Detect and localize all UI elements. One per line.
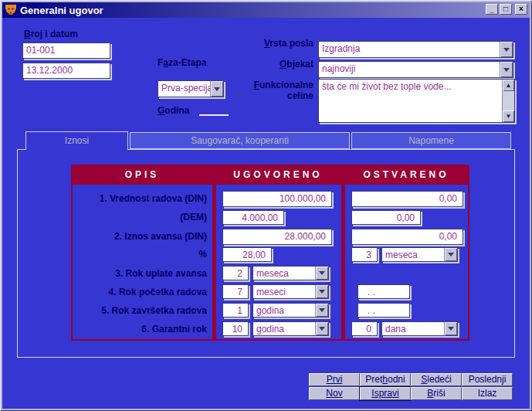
- tab-napomene[interactable]: Napomene: [351, 132, 511, 149]
- ispravi-button[interactable]: Ispravi: [360, 387, 411, 400]
- dropdown-arrow-icon[interactable]: [500, 42, 513, 57]
- ostvareno-garantni-number[interactable]: 0: [351, 321, 378, 336]
- poslednji-button[interactable]: Poslednji: [462, 373, 513, 386]
- row-label: 4. Rok početka radova: [74, 287, 207, 297]
- ugovoreno-vrednost-dem-field[interactable]: 4.000,00: [222, 210, 284, 225]
- dropdown-arrow-icon[interactable]: [500, 62, 513, 77]
- datum-field[interactable]: 13.12.2000: [22, 63, 110, 79]
- nov-button[interactable]: Nov: [309, 387, 360, 400]
- ostvareno-rok-unit-combo[interactable]: meseca: [381, 247, 458, 262]
- broj-i-datum-label: Broj i datum: [24, 29, 78, 39]
- row-label: 2. Iznos avansa (DIN): [74, 231, 207, 242]
- prvi-button[interactable]: Prvi: [309, 373, 360, 386]
- unit-value: godina: [253, 304, 315, 317]
- ugovoreno-rok-pocetka-number[interactable]: 7: [222, 284, 249, 299]
- minimize-button[interactable]: _: [486, 4, 498, 15]
- dropdown-arrow-icon[interactable]: [315, 285, 328, 298]
- ugovoreno-rok-uplate-unit-combo[interactable]: meseca: [252, 266, 329, 280]
- row-label: 6. Garantni rok: [74, 324, 207, 335]
- funkcionalne-celine-label-line2: celine: [239, 90, 313, 101]
- funkcionalne-celine-label-line1: Funkcionalne: [239, 80, 313, 90]
- brisi-button[interactable]: Briši: [411, 387, 462, 400]
- faza-etapa-label: Faza-Etapa: [158, 57, 206, 68]
- row-label: 1. Vrednost radova (DIN): [74, 193, 207, 204]
- ugovoreno-rok-zavrsetka-number[interactable]: 1: [222, 303, 249, 318]
- ostvareno-datum-pocetka-field[interactable]: . .: [357, 284, 410, 299]
- tab-saugovarac-kooperanti[interactable]: Saugovarač, kooperanti: [130, 132, 350, 149]
- dropdown-arrow-icon[interactable]: [315, 322, 328, 335]
- ostvareno-rok-number[interactable]: 3: [351, 247, 378, 262]
- unit-value: meseca: [382, 248, 444, 261]
- header-ostvareno: OSTVARENO: [345, 169, 467, 180]
- header-ugovoreno: UGOVORENO: [216, 169, 340, 180]
- funkcionalne-celine-value[interactable]: šta će mi život bez tople vode...: [319, 80, 502, 122]
- vrsta-posla-combo[interactable]: Izgradnja: [318, 41, 513, 58]
- dropdown-arrow-icon[interactable]: [444, 248, 457, 261]
- broj-field[interactable]: 01-001: [22, 42, 110, 59]
- ostvareno-garantni-unit-combo[interactable]: dana: [381, 321, 458, 336]
- godina-field[interactable]: [199, 105, 229, 116]
- izlaz-button[interactable]: Izlaz: [462, 387, 513, 400]
- dropdown-arrow-icon[interactable]: [210, 81, 223, 97]
- godina-label: Godina: [158, 105, 189, 116]
- maximize-button[interactable]: □: [500, 4, 512, 15]
- dropdown-arrow-icon[interactable]: [315, 304, 328, 317]
- row-label: %: [74, 249, 207, 260]
- unit-value: dana: [382, 322, 444, 335]
- scroll-down-icon[interactable]: ▼: [503, 110, 514, 122]
- ugovoreno-procenat-field[interactable]: 28,00: [222, 247, 272, 262]
- objekat-value: najnoviji: [319, 62, 500, 77]
- row-label: 3. Rok uplate avansa: [74, 268, 207, 279]
- ugovoreno-rok-pocetka-unit-combo[interactable]: meseci: [252, 284, 329, 299]
- unit-value: meseci: [253, 285, 315, 298]
- faza-etapa-combo[interactable]: Prva-specija: [158, 80, 224, 97]
- memo-scrollbar[interactable]: ▲ ▼: [502, 80, 514, 122]
- ugovoreno-rok-zavrsetka-unit-combo[interactable]: godina: [252, 303, 329, 318]
- faza-etapa-value: Prva-specija: [158, 81, 210, 97]
- ugovoreno-garantni-number[interactable]: 10: [222, 321, 249, 336]
- ostvareno-iznos-avansa-field[interactable]: 0,00: [351, 229, 463, 245]
- dropdown-arrow-icon[interactable]: [315, 267, 328, 280]
- ugovoreno-vrednost-din-field[interactable]: 100.000,00: [222, 191, 332, 207]
- sledeci-button[interactable]: Sledeći: [411, 373, 462, 386]
- app-window: Generalni ugovor _ □ × Broj i datum 01-0…: [0, 0, 532, 411]
- close-button[interactable]: ×: [515, 4, 527, 15]
- ostvareno-datum-zavrsetka-field[interactable]: . .: [357, 303, 410, 318]
- ostvareno-vrednost-din-field[interactable]: 0,00: [351, 191, 463, 207]
- objekat-combo[interactable]: najnoviji: [318, 61, 513, 78]
- column-separator: [341, 165, 345, 341]
- ugovoreno-rok-uplate-number[interactable]: 2: [222, 266, 249, 280]
- vrsta-posla-label: Vrsta posla: [239, 38, 313, 49]
- unit-value: meseca: [253, 267, 315, 280]
- column-separator: [212, 165, 216, 341]
- objekat-label: Objekat: [239, 59, 313, 70]
- prethodni-button[interactable]: Prethodni: [360, 373, 411, 386]
- ugovoreno-garantni-unit-combo[interactable]: godina: [252, 321, 329, 336]
- dropdown-arrow-icon[interactable]: [444, 322, 457, 335]
- funkcionalne-celine-memo[interactable]: šta će mi život bez tople vode... ▲ ▼: [318, 79, 515, 123]
- ostvareno-vrednost-dem-field[interactable]: 0,00: [351, 210, 421, 225]
- ugovoreno-iznos-avansa-field[interactable]: 28.000,00: [222, 229, 332, 245]
- scroll-up-icon[interactable]: ▲: [503, 80, 514, 91]
- titlebar[interactable]: Generalni ugovor _ □ ×: [2, 2, 530, 18]
- header-opis: OPIS: [73, 169, 212, 180]
- foxpro-fox-icon[interactable]: [5, 4, 17, 16]
- row-label: 5. Rok završetka radova: [74, 305, 207, 316]
- row-label: (DEM): [74, 212, 207, 222]
- tab-iznosi[interactable]: Iznosi: [25, 131, 128, 150]
- unit-value: godina: [253, 322, 315, 335]
- vrsta-posla-value: Izgradnja: [319, 42, 500, 57]
- window-title: Generalni ugovor: [20, 5, 103, 16]
